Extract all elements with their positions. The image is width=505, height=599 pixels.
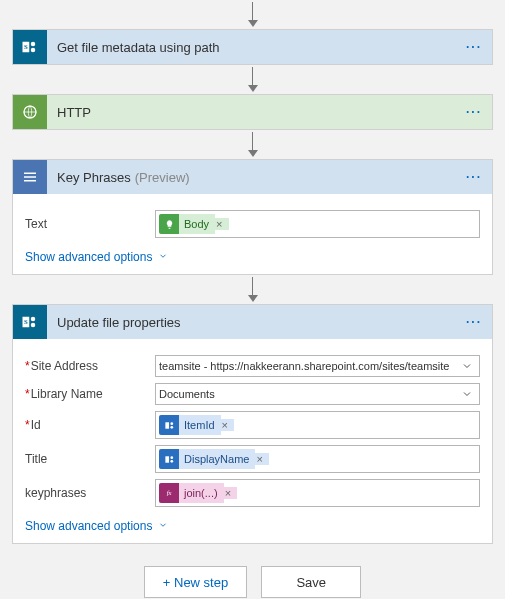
new-step-button[interactable]: + New step [144, 566, 247, 598]
lightbulb-icon [159, 214, 179, 234]
svg-point-13 [170, 422, 173, 425]
svg-text:S: S [24, 318, 28, 325]
chevron-down-icon [158, 519, 168, 533]
svg-rect-7 [24, 180, 36, 182]
preview-label: (Preview) [135, 170, 190, 185]
remove-token-icon[interactable]: × [215, 218, 228, 230]
svg-text:fx: fx [167, 489, 172, 496]
site-address-select[interactable]: teamsite - https://nakkeerann.sharepoint… [155, 355, 480, 377]
sharepoint-icon: S [13, 305, 47, 339]
sharepoint-token-icon [159, 449, 179, 469]
svg-point-16 [170, 456, 173, 459]
sharepoint-token-icon [159, 415, 179, 435]
token-displayname[interactable]: DisplayName × [159, 449, 269, 469]
step-title: Key Phrases [57, 170, 131, 185]
text-input[interactable]: Body × [155, 210, 480, 238]
step-menu-button[interactable]: ··· [456, 170, 492, 184]
step-get-file-metadata[interactable]: S Get file metadata using path ··· [12, 29, 493, 65]
svg-point-14 [170, 425, 173, 428]
field-label-id: *Id [25, 418, 155, 432]
step-title: Update file properties [57, 315, 181, 330]
field-label-keyphrases: keyphrases [25, 486, 155, 500]
field-label-text: Text [25, 217, 155, 231]
chevron-down-icon [158, 250, 168, 264]
remove-token-icon[interactable]: × [224, 487, 237, 499]
step-title: Get file metadata using path [57, 40, 220, 55]
remove-token-icon[interactable]: × [221, 419, 234, 431]
chevron-down-icon [461, 360, 473, 372]
token-body[interactable]: Body × [159, 214, 229, 234]
svg-point-3 [31, 48, 36, 53]
svg-point-2 [31, 42, 36, 47]
title-input[interactable]: DisplayName × [155, 445, 480, 473]
id-input[interactable]: ItemId × [155, 411, 480, 439]
field-label-site: *Site Address [25, 359, 155, 373]
svg-rect-15 [165, 456, 169, 462]
fx-icon: fx [159, 483, 179, 503]
save-button[interactable]: Save [261, 566, 361, 598]
step-menu-button[interactable]: ··· [456, 40, 492, 54]
svg-point-10 [31, 317, 36, 322]
token-itemid[interactable]: ItemId × [159, 415, 234, 435]
library-name-select[interactable]: Documents [155, 383, 480, 405]
keyphrases-input[interactable]: fx join(...) × [155, 479, 480, 507]
field-label-library: *Library Name [25, 387, 155, 401]
svg-rect-12 [165, 422, 169, 428]
step-menu-button[interactable]: ··· [456, 315, 492, 329]
step-update-file-properties[interactable]: S Update file properties ··· *Site Addre… [12, 304, 493, 544]
svg-point-17 [170, 459, 173, 462]
step-http[interactable]: HTTP ··· [12, 94, 493, 130]
step-menu-button[interactable]: ··· [456, 105, 492, 119]
svg-rect-6 [24, 176, 36, 178]
sharepoint-icon: S [13, 30, 47, 64]
step-key-phrases[interactable]: Key Phrases (Preview) ··· Text Body × [12, 159, 493, 275]
svg-point-11 [31, 323, 36, 328]
show-advanced-link[interactable]: Show advanced options [25, 519, 168, 533]
svg-text:S: S [24, 43, 28, 50]
step-title: HTTP [57, 105, 91, 120]
chevron-down-icon [461, 388, 473, 400]
svg-rect-5 [24, 173, 36, 175]
field-label-title: Title [25, 452, 155, 466]
show-advanced-link[interactable]: Show advanced options [25, 250, 168, 264]
remove-token-icon[interactable]: × [255, 453, 268, 465]
text-analytics-icon [13, 160, 47, 194]
token-join-expression[interactable]: fx join(...) × [159, 483, 237, 503]
http-icon [13, 95, 47, 129]
